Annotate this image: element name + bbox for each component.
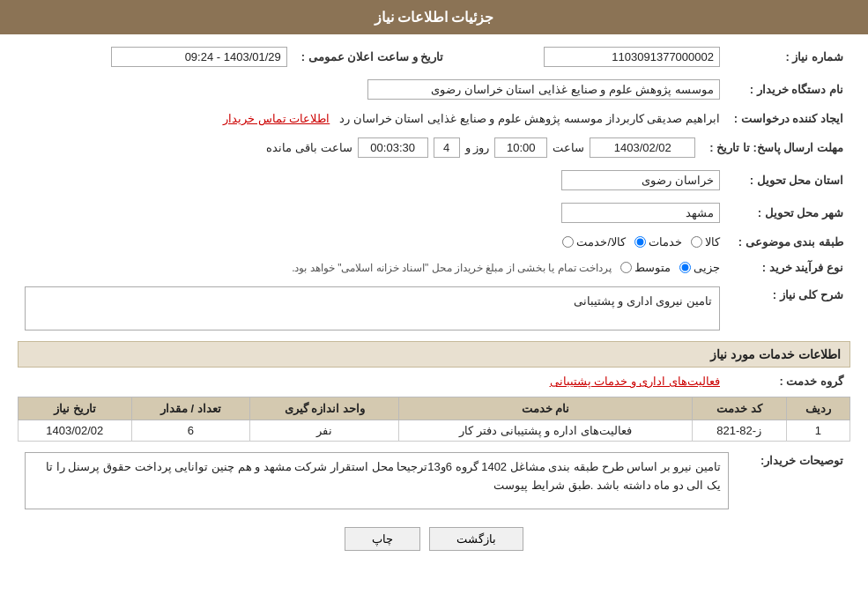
tarikh-label: تاریخ و ساعت اعلان عمومی : bbox=[294, 43, 450, 71]
radio-kala-input[interactable] bbox=[691, 236, 702, 248]
radio-kala-label: کالا bbox=[705, 235, 720, 249]
cell-tarikh: 1403/02/02 bbox=[19, 420, 132, 442]
tarikh-box: 1403/01/29 - 09:24 bbox=[111, 47, 287, 67]
radio-kala-khadamat-input[interactable] bbox=[562, 236, 574, 248]
mohlat-date-box: 1403/02/02 bbox=[590, 137, 695, 158]
ijad-konande-label: ایجاد کننده درخواست : bbox=[727, 108, 850, 129]
col-nam: نام خدمت bbox=[399, 397, 692, 420]
ostan-label: استان محل تحویل : bbox=[727, 167, 850, 194]
nam-dastgah-value: موسسه پژوهش علوم و صنایع غذایی استان خرا… bbox=[18, 76, 727, 103]
radio-jazzi-input[interactable] bbox=[679, 262, 691, 273]
saat-label: ساعت bbox=[553, 141, 584, 154]
tosih-kharidar-box: تامین نیرو بر اساس طرح طبقه بندی مشاغل 1… bbox=[25, 452, 729, 509]
grohe-khadamat-link[interactable]: فعالیت‌های اداری و خدمات پشتیبانی bbox=[550, 375, 720, 388]
col-radif: ردیف bbox=[786, 397, 849, 420]
back-button[interactable]: بازگشت bbox=[429, 527, 523, 551]
tosih-kharidar-text: تامین نیرو بر اساس طرح طبقه بندی مشاغل 1… bbox=[46, 460, 721, 492]
col-kod: کد خدمت bbox=[692, 397, 786, 420]
noe-farayand-label: نوع فرآیند خرید : bbox=[727, 257, 850, 278]
page-title: جزئیات اطلاعات نیاز bbox=[375, 10, 494, 25]
sharh-koli-label: شرح کلی نیاز : bbox=[727, 283, 850, 334]
tarikh-value: 1403/01/29 - 09:24 bbox=[18, 43, 294, 71]
roz-label: روز و bbox=[465, 141, 490, 154]
cell-tedad: 6 bbox=[131, 420, 249, 442]
mohlat-saat-box: 10:00 bbox=[494, 137, 547, 158]
nam-dastgah-label: نام دستگاه خریدار : bbox=[727, 76, 850, 103]
radio-kala[interactable]: کالا bbox=[691, 235, 720, 249]
ettelaat-tamas-link[interactable]: اطلاعات تماس خریدار bbox=[223, 112, 330, 125]
cell-vahed: نفر bbox=[249, 420, 398, 442]
grohe-khadamat-value: فعالیت‌های اداری و خدمات پشتیبانی bbox=[18, 371, 727, 391]
table-row: 1 ز-82-821 فعالیت‌های اداره و پشتیبانی د… bbox=[19, 420, 850, 442]
khadamat-table: ردیف کد خدمت نام خدمت واحد اندازه گیری ت… bbox=[18, 397, 850, 442]
shahr-label: شهر محل تحویل : bbox=[727, 199, 850, 227]
ijad-konande-text: ابراهیم صدیقی کاربرداز موسسه پژوهش علوم … bbox=[339, 112, 720, 125]
tabagheh-radios: کالا خدمات کالا/خدمت bbox=[18, 232, 727, 252]
col-tarikh: تاریخ نیاز bbox=[19, 397, 132, 420]
baqi-mande-label: ساعت باقی مانده bbox=[266, 141, 352, 154]
radio-motavasset[interactable]: متوسط bbox=[620, 261, 671, 274]
col-vahed: واحد اندازه گیری bbox=[249, 397, 398, 420]
button-area: بازگشت چاپ bbox=[18, 518, 850, 563]
radio-kala-khadamat[interactable]: کالا/خدمت bbox=[562, 235, 626, 249]
cell-radif: 1 bbox=[786, 420, 849, 442]
radio-motavasset-input[interactable] bbox=[620, 262, 632, 273]
tabagheh-label: طبقه بندی موضوعی : bbox=[727, 232, 850, 252]
khadamat-section-title: اطلاعات خدمات مورد نیاز bbox=[18, 341, 850, 368]
sharh-koli-box: تامین نیروی اداری و پشتیبانی bbox=[25, 286, 720, 330]
shomare-niaz-label: شماره نیاز : bbox=[727, 43, 850, 71]
col-tedad: تعداد / مقدار bbox=[131, 397, 249, 420]
radio-jazzi-label: جزیی bbox=[694, 261, 720, 274]
farayand-note: پرداخت تمام یا بخشی از مبلغ خریداز محل "… bbox=[292, 262, 612, 274]
radio-khadamat-input[interactable] bbox=[634, 236, 646, 248]
grohe-khadamat-label: گروه خدمت : bbox=[727, 371, 850, 391]
mohlat-date-cell: 1403/02/02 ساعت 10:00 روز و 4 00:03:30 س… bbox=[18, 134, 702, 161]
radio-khadamat[interactable]: خدمات bbox=[634, 235, 682, 249]
tosih-kharidar-label: توصیحات خریدار: bbox=[736, 449, 850, 513]
shomare-niaz-value: 1103091377000002 bbox=[450, 43, 727, 71]
radio-motavasset-label: متوسط bbox=[634, 261, 671, 274]
page-header: جزئیات اطلاعات نیاز bbox=[0, 0, 868, 34]
tosih-kharidar-value: تامین نیرو بر اساس طرح طبقه بندی مشاغل 1… bbox=[18, 449, 736, 513]
ostan-value: خراسان رضوی bbox=[120, 167, 727, 194]
mohlat-label: مهلت ارسال پاسخ: تا تاریخ : bbox=[702, 134, 850, 161]
cell-nam: فعالیت‌های اداره و پشتیبانی دفتر کار bbox=[399, 420, 692, 442]
radio-jazzi[interactable]: جزیی bbox=[679, 261, 720, 274]
print-button[interactable]: چاپ bbox=[345, 527, 420, 551]
radio-khadamat-label: خدمات bbox=[649, 235, 682, 249]
ijad-konande-value: ابراهیم صدیقی کاربرداز موسسه پژوهش علوم … bbox=[18, 108, 727, 129]
cell-kod: ز-82-821 bbox=[692, 420, 786, 442]
mohlat-baqi-box: 00:03:30 bbox=[358, 137, 428, 158]
shomare-niaz-box: 1103091377000002 bbox=[544, 47, 720, 67]
noe-farayand-value: جزیی متوسط پرداخت تمام یا بخشی از مبلغ خ… bbox=[18, 257, 727, 278]
shahr-value: مشهد bbox=[117, 199, 727, 227]
shahr-box: مشهد bbox=[561, 203, 720, 223]
ostan-box: خراسان رضوی bbox=[561, 170, 720, 190]
nam-dastgah-box: موسسه پژوهش علوم و صنایع غذایی استان خرا… bbox=[367, 79, 720, 100]
radio-kala-khadamat-label: کالا/خدمت bbox=[576, 235, 626, 249]
mohlat-roz-box: 4 bbox=[434, 137, 460, 158]
sharh-koli-value: تامین نیروی اداری و پشتیبانی bbox=[18, 283, 727, 334]
sharh-koli-text: تامین نیروی اداری و پشتیبانی bbox=[574, 294, 712, 308]
